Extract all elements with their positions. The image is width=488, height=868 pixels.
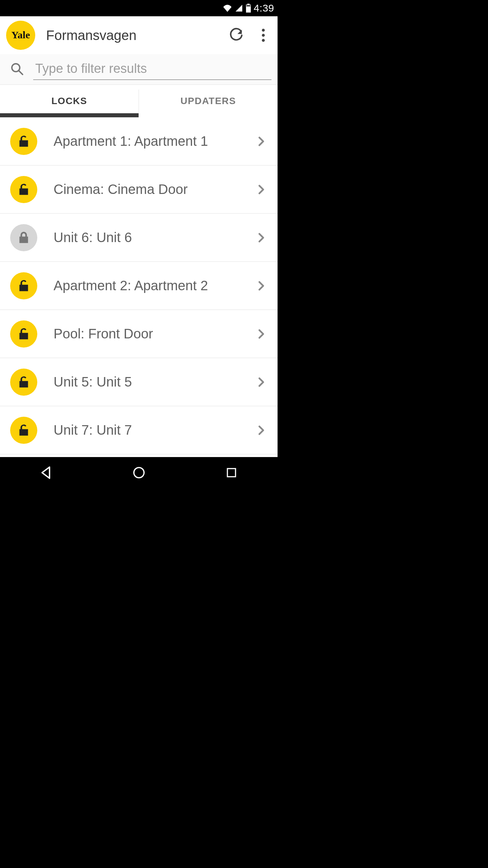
svg-rect-1 (247, 4, 249, 5)
lock-row[interactable]: Apartment 1: Apartment 1 (0, 117, 278, 165)
chevron-right-icon (253, 374, 269, 390)
nav-home-button[interactable] (119, 462, 159, 483)
lock-closed-icon (10, 224, 37, 251)
lock-row[interactable]: Unit 6: Unit 6 (0, 214, 278, 262)
svg-point-5 (262, 34, 265, 37)
search-input[interactable] (33, 59, 271, 80)
tab-bar: LOCKS UPDATERS (0, 85, 278, 117)
svg-line-8 (19, 71, 23, 75)
svg-rect-2 (246, 5, 250, 7)
status-time: 4:39 (254, 2, 274, 14)
lock-row[interactable]: Unit 5: Unit 5 (0, 358, 278, 406)
lock-row-label: Apartment 1: Apartment 1 (54, 134, 253, 149)
lock-open-icon (10, 176, 37, 203)
page-title: Formansvagen (46, 28, 219, 43)
nav-recents-button[interactable] (211, 462, 252, 483)
brand-logo-text: Yale (12, 29, 30, 41)
refresh-button[interactable] (226, 25, 246, 45)
lock-row[interactable]: Pool: Front Door (0, 310, 278, 358)
brand-logo: Yale (6, 21, 35, 50)
lock-open-icon (10, 369, 37, 396)
chevron-right-icon (253, 181, 269, 198)
lock-open-icon (10, 417, 37, 444)
lock-open-icon (10, 128, 37, 155)
locks-list: Apartment 1: Apartment 1Cinema: Cinema D… (0, 117, 278, 457)
chevron-right-icon (253, 278, 269, 294)
android-navbar (0, 457, 278, 488)
svg-rect-10 (227, 469, 236, 477)
overflow-menu-button[interactable] (253, 25, 273, 45)
tab-locks[interactable]: LOCKS (0, 85, 139, 117)
android-statusbar: 4:39 (0, 0, 278, 16)
svg-point-6 (262, 39, 265, 42)
cell-signal-icon (235, 4, 243, 12)
lock-open-icon (10, 320, 37, 348)
lock-row[interactable]: Apartment 2: Apartment 2 (0, 262, 278, 310)
lock-row-label: Unit 6: Unit 6 (54, 230, 253, 245)
lock-row-label: Pool: Front Door (54, 326, 253, 341)
home-icon (132, 466, 146, 479)
chevron-right-icon (253, 133, 269, 150)
chevron-right-icon (253, 326, 269, 342)
tab-updaters[interactable]: UPDATERS (139, 85, 278, 117)
nav-back-button[interactable] (26, 462, 67, 483)
back-icon (39, 465, 54, 480)
app-bar: Yale Formansvagen (0, 16, 278, 54)
recents-icon (225, 467, 238, 479)
chevron-right-icon (253, 422, 269, 438)
lock-row-label: Cinema: Cinema Door (54, 182, 253, 197)
battery-icon (246, 4, 251, 13)
more-vert-icon (262, 28, 265, 42)
lock-row-label: Unit 5: Unit 5 (54, 374, 253, 390)
refresh-icon (229, 28, 244, 43)
svg-point-4 (262, 29, 265, 32)
chevron-right-icon (253, 230, 269, 246)
search-icon (10, 62, 25, 77)
lock-open-icon (10, 272, 37, 299)
svg-point-9 (134, 468, 144, 478)
lock-row[interactable]: Unit 7: Unit 7 (0, 406, 278, 454)
lock-row-label: Unit 7: Unit 7 (54, 422, 253, 438)
search-bar (0, 54, 278, 85)
lock-row-label: Apartment 2: Apartment 2 (54, 278, 253, 293)
lock-row[interactable]: Cinema: Cinema Door (0, 165, 278, 214)
wifi-icon (223, 4, 232, 12)
